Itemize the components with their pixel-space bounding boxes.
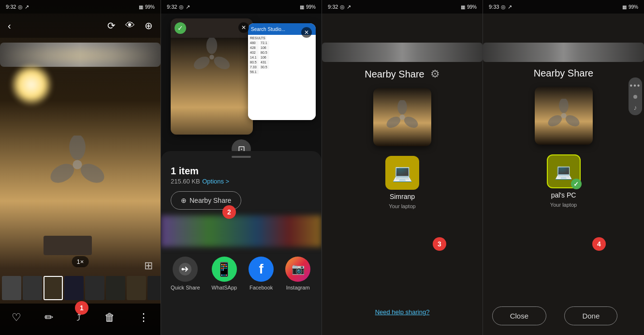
arrow-icon-1: ↗ [25, 4, 29, 10]
signal-icon-2: ◎ [179, 4, 184, 10]
apps-row: Quick Share 📱 WhatSApp f Facebook 📷 [161, 251, 322, 296]
step-badge-2: 2 [222, 205, 236, 219]
options-link[interactable]: Options > [202, 178, 229, 185]
app-card-photo[interactable]: ✓ ✕ [171, 18, 253, 135]
battery-3: 99% [467, 4, 477, 10]
photo-tile-3 [373, 88, 431, 146]
battery-4: 99% [629, 4, 638, 10]
device-icon-4: 💻 ✓ [547, 154, 581, 188]
nearby-title-4: Nearby Share [534, 68, 593, 79]
thumb-4[interactable] [64, 276, 84, 300]
app-card-spreadsheet[interactable]: ✕ Search Studio... RESULTS 48072.1 42810… [248, 23, 316, 120]
thumb-8[interactable] [147, 276, 161, 300]
zoom-badge[interactable]: 1× [72, 256, 89, 267]
svg-point-20 [561, 113, 566, 118]
device-name-3: Simranp [390, 193, 415, 200]
share-sheet: 1 item 215.60 KB Options > ⊕ Nearby Shar… [161, 151, 322, 335]
back-icon[interactable]: ‹ [8, 20, 11, 31]
rotate-icon[interactable]: ⟳ [107, 20, 116, 31]
arrow-icon-4: ↗ [508, 4, 512, 10]
thumb-7[interactable] [127, 276, 146, 300]
item-size: 215.60 KB [171, 178, 200, 185]
status-bar-2: 9:32 ◎ ↗ ▦ 99% [161, 0, 322, 14]
app-item-whatsapp[interactable]: 📱 WhatSApp [212, 257, 237, 290]
time-4: 9:33 [489, 4, 499, 10]
thumb-5[interactable] [85, 276, 104, 300]
ceiling-glow-1 [0, 48, 161, 63]
svg-point-6 [206, 38, 217, 54]
app-item-quick-share[interactable]: Quick Share [171, 257, 200, 290]
status-bar-3: 9:32 ◎ ↗ ▦ 99% [322, 0, 483, 14]
screen-panel-1: 9:32 ◎ ↗ ▦ 99% ‹ ⟳ 👁 ⊕ 1× ⊞ ♡ ✏ [0, 0, 161, 335]
device-button-4[interactable]: 💻 ✓ pal's PC Your laptop [547, 154, 581, 208]
signal-icon-4: ◎ [501, 4, 506, 10]
data-table: RESULTS 48072.1 428106 40280.5 14.1106 8… [248, 35, 316, 120]
app-item-instagram[interactable]: 📷 Instagram [285, 257, 310, 290]
battery-1: 99% [145, 4, 155, 10]
item-count-row: 1 item 215.60 KB Options > [161, 162, 322, 185]
ceiling-light-1 [10, 63, 53, 107]
time-2: 9:32 [167, 4, 177, 10]
ac-unit-1 [44, 236, 92, 255]
wifi-icon-2: ▦ [300, 4, 304, 10]
scroll-dot-1 [633, 95, 637, 99]
thumb-6[interactable] [106, 276, 125, 300]
nearby-header-3: Nearby Share ⚙ [365, 68, 439, 80]
nearby-panel-3: Nearby Share ⚙ 💻 Simranp Your laptop [322, 58, 483, 335]
pencil-icon[interactable]: ✏ [44, 311, 53, 324]
svg-point-12 [397, 100, 407, 114]
screen-panel-3: 9:32 ◎ ↗ ▦ 99% Nearby Share ⚙ [322, 0, 483, 335]
photo-tile-4 [535, 87, 593, 145]
device-button-3[interactable]: 💻 Simranp Your laptop [385, 156, 419, 209]
device-sub-3: Your laptop [389, 203, 415, 209]
svg-point-17 [559, 99, 569, 113]
time-1: 9:32 [6, 4, 16, 10]
whatsapp-icon: 📱 [212, 257, 237, 282]
quick-share-icon [173, 257, 198, 282]
eye-icon[interactable]: 👁 [125, 20, 135, 31]
screen-panel-4: 9:33 ◎ ↗ ▦ 99% ••• ♪ Nearby Share [483, 0, 644, 335]
svg-point-7 [212, 54, 231, 72]
close-button[interactable]: Close [492, 306, 546, 325]
step-badge-3: 3 [433, 237, 446, 251]
signal-icon-1: ◎ [18, 4, 23, 10]
top-nav-1: ‹ ⟳ 👁 ⊕ [0, 14, 161, 38]
more-icon[interactable]: ⋮ [138, 311, 149, 324]
arrow-icon-2: ↗ [186, 4, 190, 10]
info-icon[interactable]: ⊕ [145, 20, 153, 31]
facebook-icon: f [249, 257, 274, 282]
fan-icon-1 [48, 136, 106, 194]
wifi-icon-3: ▦ [461, 4, 465, 10]
done-button[interactable]: Done [564, 306, 617, 325]
card-close-2-icon[interactable]: ✕ [301, 27, 312, 38]
nearby-header-4: Nearby Share [534, 68, 593, 79]
thumb-3[interactable] [44, 276, 63, 300]
device-name-4: pal's PC [551, 191, 576, 199]
thumb-1[interactable] [2, 276, 21, 300]
nearby-panel-4: Nearby Share 💻 ✓ pal's PC You [483, 58, 644, 335]
svg-point-1 [69, 136, 86, 160]
app-item-facebook[interactable]: f Facebook [249, 257, 274, 290]
instagram-icon: 📷 [285, 257, 310, 282]
instagram-label: Instagram [286, 285, 310, 290]
sheet-handle [232, 156, 251, 158]
three-dot-menu[interactable]: ••• [630, 81, 641, 90]
side-scrollbar: ••• ♪ [629, 77, 642, 115]
svg-point-10 [182, 268, 184, 271]
svg-point-4 [73, 160, 82, 169]
fan-icon-card [192, 38, 231, 76]
fan-icon-tile-3 [385, 100, 419, 134]
status-bar-4: 9:33 ◎ ↗ ▦ 99% [483, 0, 644, 14]
wifi-icon-4: ▦ [622, 4, 627, 10]
step-badge-4: 4 [592, 237, 606, 251]
trash-icon[interactable]: 🗑 [104, 311, 115, 324]
gear-icon-3[interactable]: ⚙ [430, 68, 440, 80]
heart-icon[interactable]: ♡ [12, 311, 21, 324]
grid-icon[interactable]: ⊞ [144, 259, 153, 272]
help-link-3[interactable]: Need help sharing? [375, 308, 430, 316]
status-bar-1: 9:32 ◎ ↗ ▦ 99% [0, 0, 161, 14]
card-close-icon[interactable]: ✕ [238, 22, 249, 33]
thumb-2[interactable] [23, 276, 42, 300]
battery-2: 99% [306, 4, 316, 10]
screen-panel-2: 9:32 ◎ ↗ ▦ 99% ✓ ✕ ✕ [161, 0, 322, 335]
